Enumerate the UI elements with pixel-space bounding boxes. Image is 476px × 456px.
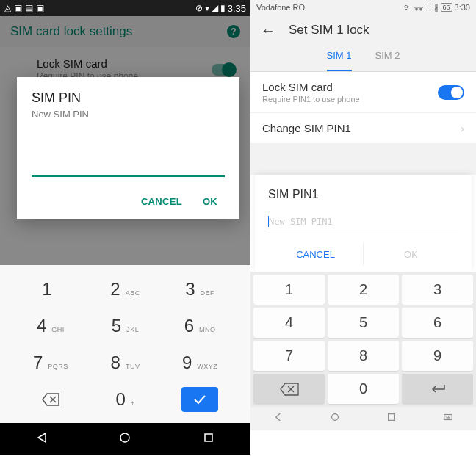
app-header: ← Set SIM 1 lock bbox=[250, 15, 476, 46]
nav-back[interactable] bbox=[273, 412, 284, 425]
nav-bar bbox=[250, 407, 476, 430]
gap bbox=[250, 144, 476, 175]
battery-pct: 66 bbox=[441, 3, 452, 12]
photos-icon: ▣ bbox=[14, 3, 22, 13]
ok-button[interactable]: OK bbox=[203, 196, 217, 207]
key-6[interactable]: 6MNO bbox=[167, 316, 233, 336]
eye-icon: ⵘ bbox=[425, 2, 432, 12]
svg-point-2 bbox=[332, 414, 339, 421]
cancel-button[interactable]: CANCEL bbox=[141, 196, 182, 207]
key-8[interactable]: 8 bbox=[328, 341, 399, 371]
key-4[interactable]: 4 bbox=[253, 308, 325, 338]
dialog-subtitle: New SIM PIN bbox=[32, 109, 225, 120]
nav-home[interactable] bbox=[119, 432, 131, 446]
key-5[interactable]: 5 bbox=[328, 308, 399, 338]
row-title: Lock SIM card bbox=[262, 81, 360, 93]
lock-sim-row[interactable]: Lock SIM card Require PIN1 to use phone bbox=[250, 72, 476, 113]
doc-icon: ▤ bbox=[25, 3, 33, 13]
key-1[interactable]: 1 bbox=[18, 279, 84, 300]
back-icon[interactable]: ← bbox=[261, 22, 275, 39]
key-8[interactable]: 8TUV bbox=[92, 352, 158, 373]
nav-home[interactable] bbox=[330, 412, 340, 425]
svg-rect-4 bbox=[444, 415, 452, 420]
check-icon: ▣ bbox=[36, 3, 44, 13]
pin-input[interactable]: New SIM PIN1 bbox=[268, 214, 458, 231]
key-2[interactable]: 2ABC bbox=[92, 279, 158, 300]
lock-sim-toggle[interactable] bbox=[438, 85, 464, 100]
key-9[interactable]: 9 bbox=[402, 341, 473, 371]
settings-list: Lock SIM card Require PIN1 to use phone … bbox=[250, 72, 476, 144]
key-0[interactable]: 0+ bbox=[92, 389, 158, 410]
key-4[interactable]: 4GHI bbox=[18, 316, 84, 336]
carrier-label: Vodafone RO bbox=[256, 3, 305, 12]
page-title: Set SIM 1 lock bbox=[289, 23, 369, 37]
wifi-icon: ᯤ bbox=[403, 2, 412, 12]
key-7[interactable]: 7PQRS bbox=[18, 352, 84, 373]
nav-back[interactable] bbox=[36, 432, 48, 446]
change-pin-row[interactable]: Change SIM PIN1 › bbox=[250, 113, 476, 144]
ok-button[interactable]: OK bbox=[363, 243, 458, 266]
signal-icon: ◢ bbox=[212, 3, 218, 13]
status-bar: ◬ ▣ ▤ ▣ ⊘ ▾ ◢ ▮ 3:35 bbox=[0, 0, 250, 16]
enter-key[interactable] bbox=[402, 374, 473, 404]
wifi-icon: ▾ bbox=[205, 3, 209, 13]
signal-icon: ⁎⁎ bbox=[414, 2, 423, 12]
key-2[interactable]: 2 bbox=[328, 275, 399, 305]
clock: 3:35 bbox=[228, 3, 246, 14]
sim-pin-dialog: SIM PIN New SIM PIN CANCEL OK bbox=[17, 77, 239, 219]
row-subtitle: Require PIN1 to use phone bbox=[262, 95, 360, 104]
pin-input[interactable] bbox=[32, 162, 225, 177]
auto-rotate-icon: ⊘ bbox=[195, 3, 203, 13]
key-7[interactable]: 7 bbox=[253, 341, 325, 371]
keypad: 1 2 3 4 5 6 7 8 9 0 bbox=[250, 272, 476, 407]
phone-left-screen: ◬ ▣ ▤ ▣ ⊘ ▾ ◢ ▮ 3:35 SIM card lock setti… bbox=[0, 0, 250, 456]
nav-keyboard[interactable] bbox=[443, 412, 453, 425]
backspace-key[interactable] bbox=[18, 393, 84, 406]
keypad: 1 2ABC 3DEF 4GHI 5JKL 6MNO 7PQRS 8TUV 9W… bbox=[0, 265, 250, 423]
backspace-key[interactable] bbox=[253, 374, 325, 404]
nav-recent[interactable] bbox=[386, 412, 397, 425]
drive-icon: ◬ bbox=[4, 3, 11, 13]
dialog-title: SIM PIN bbox=[32, 90, 225, 106]
sim-pin-dialog: SIM PIN1 New SIM PIN1 CANCEL OK bbox=[255, 175, 472, 272]
chevron-right-icon: › bbox=[461, 122, 464, 134]
key-3[interactable]: 3 bbox=[402, 275, 473, 305]
phone-right-screen: Vodafone RO ᯤ ⁎⁎ ⵘ ∦ 66 3:30 ← Set SIM 1… bbox=[250, 0, 476, 456]
battery-icon: ▮ bbox=[220, 3, 226, 13]
row-title: Change SIM PIN1 bbox=[262, 122, 351, 134]
svg-rect-3 bbox=[389, 414, 395, 421]
placeholder: New SIM PIN1 bbox=[269, 217, 333, 227]
clock: 3:30 bbox=[455, 3, 470, 12]
key-1[interactable]: 1 bbox=[253, 275, 325, 305]
key-3[interactable]: 3DEF bbox=[167, 279, 233, 300]
sim-tabs: SIM 1 SIM 2 bbox=[250, 46, 476, 72]
svg-rect-1 bbox=[205, 434, 212, 441]
key-5[interactable]: 5JKL bbox=[92, 316, 158, 336]
tab-sim-2[interactable]: SIM 2 bbox=[375, 46, 400, 71]
cancel-button[interactable]: CANCEL bbox=[268, 243, 363, 266]
nav-bar bbox=[0, 423, 250, 455]
tab-sim-1[interactable]: SIM 1 bbox=[327, 46, 352, 71]
nav-recent[interactable] bbox=[203, 432, 214, 446]
check-icon bbox=[181, 387, 218, 412]
status-bar: Vodafone RO ᯤ ⁎⁎ ⵘ ∦ 66 3:30 bbox=[250, 0, 476, 15]
key-0[interactable]: 0 bbox=[328, 374, 399, 404]
bt-icon: ∦ bbox=[434, 2, 439, 12]
svg-point-0 bbox=[120, 433, 129, 442]
key-6[interactable]: 6 bbox=[402, 308, 473, 338]
dialog-title: SIM PIN1 bbox=[268, 188, 458, 201]
enter-key[interactable] bbox=[167, 387, 233, 412]
key-9[interactable]: 9WXYZ bbox=[167, 352, 233, 373]
